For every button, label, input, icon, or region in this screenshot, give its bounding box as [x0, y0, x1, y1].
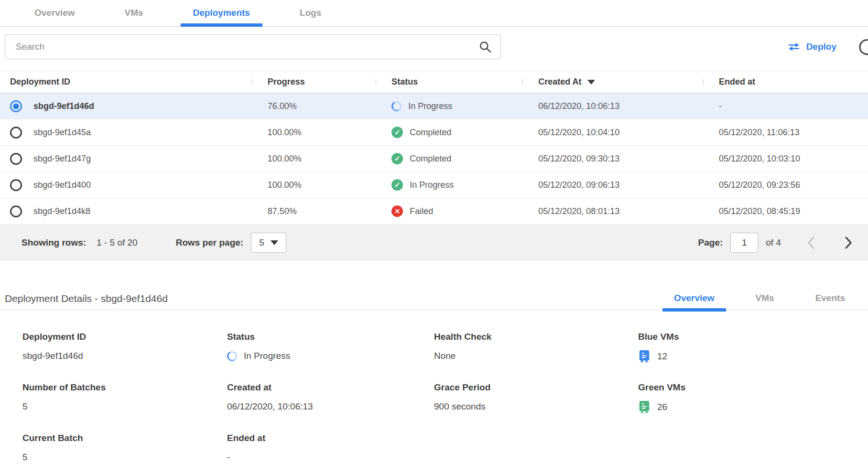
row-radio[interactable] [10, 127, 22, 139]
tab-overview[interactable]: Overview [22, 0, 87, 26]
details-title: Deployment Details - sbgd-9ef1d46d [5, 293, 168, 310]
deployment-id: sbgd-9ef1d47g [33, 154, 91, 164]
field-deployment-id: Deployment ID sbgd-9ef1d46d [22, 332, 227, 363]
row-radio[interactable] [10, 205, 22, 217]
status-in-progress-icon [226, 350, 239, 362]
field-created-at: Created at 06/12/2020, 10:06:13 [227, 382, 434, 414]
details-tab-vms[interactable]: VMs [744, 293, 786, 310]
field-label: Current Batch [22, 433, 227, 443]
progress-value: 100.00% [252, 154, 376, 164]
search-input[interactable] [5, 34, 501, 59]
table-row[interactable]: sbgd-9ef1d400 100.00% In Progress 05/12/… [0, 172, 868, 198]
ended-at-value: 05/12/2020, 10:03:10 [703, 154, 868, 164]
col-header-created-at[interactable]: Created At [522, 77, 703, 87]
field-grace-period: Grace Period 900 seconds [434, 382, 638, 414]
status-failed-icon [391, 205, 403, 217]
progress-value: 76.00% [252, 101, 376, 111]
deploy-label: Deploy [806, 42, 836, 52]
created-at-value: 05/12/2020, 08:01:13 [522, 206, 703, 216]
col-header-ended-at[interactable]: Ended at [703, 77, 868, 87]
field-current-batch: Current Batch 5 [22, 433, 227, 463]
tab-vms[interactable]: VMs [112, 0, 156, 26]
page-label: Page: [698, 237, 723, 248]
field-label: Number of Batches [22, 382, 227, 393]
status-label: In Progress [408, 101, 452, 111]
details-header: Deployment Details - sbgd-9ef1d46d Overv… [0, 289, 868, 311]
field-value: 5 [22, 400, 227, 413]
ended-at-value: 05/12/2020, 11:06:13 [703, 128, 868, 138]
field-value: None [434, 350, 638, 362]
field-green-vms: Green VMs 26 [638, 382, 868, 414]
table-header: Deployment ID Progress Status Created At… [0, 71, 868, 93]
swap-arrows-icon [787, 41, 801, 53]
page-count: of 4 [766, 237, 781, 248]
table-pagination: Showing rows: 1 - 5 of 20 Rows per page:… [0, 225, 868, 261]
progress-value: 100.00% [252, 128, 376, 138]
showing-rows-label: Showing rows: [22, 237, 86, 248]
field-value: 12 [657, 351, 667, 362]
table-row[interactable]: sbgd-9ef1d46d 76.00% In Progress 06/12/2… [0, 93, 868, 119]
showing-rows-value: 1 - 5 of 20 [97, 237, 138, 248]
table-row[interactable]: sbgd-9ef1d4k8 87.50% Failed 05/12/2020, … [0, 198, 868, 225]
status-in-progress-icon [391, 100, 403, 112]
tab-logs[interactable]: Logs [287, 0, 334, 26]
ended-at-value: 05/12/2020, 08:45:19 [703, 206, 868, 216]
rows-per-page-select[interactable]: 5 [251, 233, 286, 253]
field-label: Health Check [434, 332, 638, 342]
row-radio[interactable] [10, 179, 22, 191]
progress-value: 100.00% [252, 180, 376, 190]
status-completed-icon [391, 179, 403, 191]
details-tab-events[interactable]: Events [804, 293, 857, 310]
dropdown-caret-icon [271, 240, 278, 245]
col-header-status[interactable]: Status [376, 77, 522, 87]
field-label: Deployment ID [22, 332, 227, 342]
field-number-of-batches: Number of Batches 5 [22, 382, 227, 414]
toolbar: Deploy [0, 27, 868, 71]
refresh-icon [857, 37, 868, 56]
field-value: sbgd-9ef1d46d [22, 350, 227, 362]
status-label: In Progress [410, 180, 454, 190]
chevron-left-icon [806, 236, 816, 250]
field-value: 5 [22, 451, 227, 463]
field-blue-vms: Blue VMs 12 [638, 332, 868, 363]
status-completed-icon [391, 127, 403, 138]
col-header-progress[interactable]: Progress [252, 77, 376, 87]
next-page-button[interactable] [843, 236, 856, 250]
status-label: Completed [410, 154, 451, 164]
field-label: Green VMs [638, 382, 868, 393]
previous-page-button[interactable] [806, 236, 818, 250]
status-completed-icon [391, 153, 403, 164]
progress-value: 87.50% [252, 206, 376, 216]
field-label: Created at [227, 382, 434, 393]
col-header-deployment-id[interactable]: Deployment ID [0, 77, 252, 87]
deploy-button[interactable]: Deploy [787, 41, 836, 53]
vm-server-icon [638, 400, 651, 414]
field-value: - [227, 451, 434, 463]
table-row[interactable]: sbgd-9ef1d45a 100.00% Completed 05/12/20… [0, 119, 868, 146]
status-label: Completed [410, 128, 451, 138]
refresh-button[interactable] [857, 37, 868, 56]
row-radio[interactable] [10, 153, 22, 165]
field-health-check: Health Check None [434, 332, 638, 363]
field-value: 900 seconds [434, 400, 638, 413]
tab-deployments[interactable]: Deployments [181, 0, 262, 26]
vm-server-icon [638, 350, 651, 363]
field-label: Blue VMs [638, 332, 868, 342]
deployment-id: sbgd-9ef1d45a [33, 128, 91, 138]
col-header-created-at-label: Created At [538, 77, 581, 87]
field-label: Grace Period [434, 382, 638, 393]
ended-at-value: - [703, 101, 868, 111]
field-value: 06/12/2020, 10:06:13 [227, 400, 434, 413]
page-number-input[interactable] [730, 233, 758, 253]
deployment-id: sbgd-9ef1d4k8 [33, 206, 90, 216]
status-label: Failed [410, 206, 433, 216]
rows-per-page-value: 5 [259, 237, 264, 248]
details-tab-overview[interactable]: Overview [662, 293, 726, 310]
row-radio[interactable] [10, 100, 22, 112]
field-value: 26 [657, 402, 667, 412]
search-icon [479, 41, 491, 53]
field-value: In Progress [244, 351, 290, 361]
deployments-page: Overview VMs Deployments Logs Deploy Dep… [0, 0, 868, 474]
table-row[interactable]: sbgd-9ef1d47g 100.00% Completed 05/12/20… [0, 146, 868, 172]
created-at-value: 05/12/2020, 10:04:10 [522, 128, 703, 138]
